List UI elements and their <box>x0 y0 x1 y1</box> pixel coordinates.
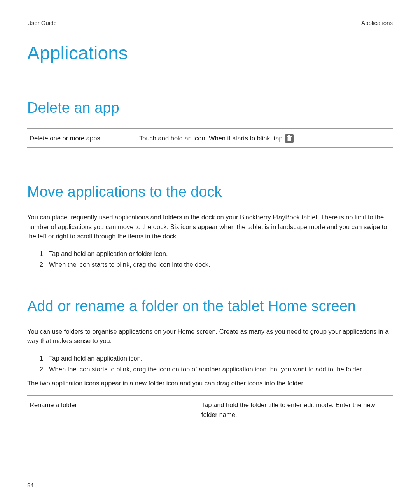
page-number: 84 <box>27 482 34 488</box>
chapter-title: Applications <box>27 42 393 64</box>
delete-instruction-before: Touch and hold an icon. When it starts t… <box>139 135 284 142</box>
delete-instruction-after: . <box>296 135 298 142</box>
rename-folder-label: Rename a folder <box>27 395 199 424</box>
svg-rect-0 <box>288 135 290 136</box>
header-right: Applications <box>361 19 393 26</box>
folder-paragraph-1: You can use folders to organise applicat… <box>27 327 393 346</box>
delete-app-table: Delete one or more apps Touch and hold a… <box>27 128 393 148</box>
folder-paragraph-2: The two application icons appear in a ne… <box>27 378 393 388</box>
rename-folder-instruction: Tap and hold the folder title to enter e… <box>199 395 393 424</box>
move-dock-steps: Tap and hold an application or folder ic… <box>27 248 393 270</box>
trash-icon <box>285 134 294 143</box>
list-item: When the icon starts to blink, drag the … <box>47 364 393 374</box>
section-title-move-dock: Move applications to the dock <box>27 183 393 201</box>
rename-folder-table: Rename a folder Tap and hold the folder … <box>27 395 393 425</box>
header-left: User Guide <box>27 19 57 26</box>
delete-app-label: Delete one or more apps <box>27 128 137 148</box>
section-title-delete-app: Delete an app <box>27 99 393 117</box>
list-item: Tap and hold an application or folder ic… <box>47 248 393 259</box>
list-item: Tap and hold an application icon. <box>47 353 393 364</box>
svg-rect-2 <box>288 137 291 141</box>
delete-app-instruction: Touch and hold an icon. When it starts t… <box>137 128 393 148</box>
folder-steps: Tap and hold an application icon. When t… <box>27 353 393 374</box>
section-title-folder: Add or rename a folder on the tablet Hom… <box>27 297 393 316</box>
move-dock-paragraph: You can place frequently used applicatio… <box>27 212 393 241</box>
list-item: When the icon starts to blink, drag the … <box>47 259 393 270</box>
svg-rect-1 <box>287 136 292 137</box>
page-header: User Guide Applications <box>27 19 393 26</box>
